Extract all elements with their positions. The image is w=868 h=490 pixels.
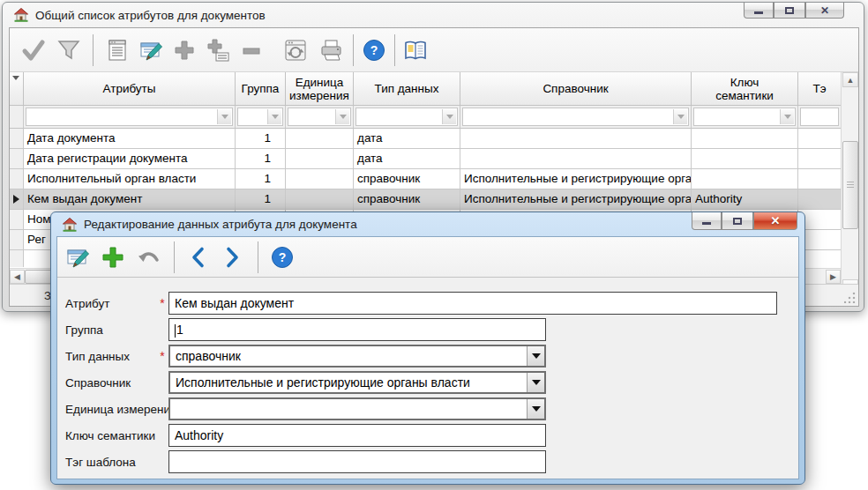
- reference-book-button[interactable]: [402, 37, 429, 63]
- group-field[interactable]: 1: [168, 318, 546, 341]
- cell-group[interactable]: 1: [236, 129, 286, 148]
- scroll-left-icon[interactable]: ◀: [10, 270, 25, 284]
- cell-reference[interactable]: [460, 129, 692, 148]
- table-row-selected[interactable]: Кем выдан документ 1 справочник Исполнит…: [10, 189, 841, 210]
- unit-combobox[interactable]: [168, 397, 546, 420]
- cell-semantic-key[interactable]: Authority: [692, 189, 798, 209]
- column-chooser[interactable]: [10, 72, 24, 106]
- column-header-semantic-key[interactable]: Ключ семантики: [692, 72, 798, 106]
- edit-button[interactable]: [138, 37, 164, 63]
- cell-template-tag[interactable]: [798, 169, 841, 189]
- cell-group[interactable]: 1: [236, 189, 286, 209]
- close-button[interactable]: ✕: [805, 3, 844, 19]
- row-selector[interactable]: [10, 210, 24, 229]
- row-selector[interactable]: [10, 189, 24, 209]
- add-button[interactable]: [171, 37, 198, 63]
- remove-button[interactable]: [238, 37, 265, 63]
- filter-button[interactable]: [56, 37, 82, 63]
- print-button[interactable]: [318, 37, 344, 63]
- dialog-minimize-button[interactable]: [692, 212, 722, 230]
- filter-unit[interactable]: [286, 106, 354, 129]
- row-selector[interactable]: [10, 129, 24, 148]
- cell-datatype[interactable]: справочник: [354, 169, 460, 189]
- scroll-up-icon[interactable]: ▲: [842, 72, 858, 87]
- cell-datatype[interactable]: дата: [354, 129, 460, 148]
- cell-datatype[interactable]: справочник: [354, 189, 460, 209]
- filter-datatype[interactable]: [354, 106, 460, 129]
- vertical-scrollbar[interactable]: ▲ ▼: [841, 72, 858, 294]
- cell-attribute[interactable]: Дата документа: [24, 129, 236, 148]
- resize-grip[interactable]: [844, 292, 856, 303]
- cell-datatype[interactable]: дата: [354, 149, 460, 168]
- undo-button[interactable]: [135, 244, 161, 271]
- cell-reference[interactable]: Исполнительные и регистрирующие органы в…: [460, 189, 692, 209]
- filter-dropdown-icon[interactable]: [780, 109, 794, 124]
- column-header-datatype[interactable]: Тип данных: [354, 72, 460, 106]
- cell-semantic-key[interactable]: [692, 169, 798, 189]
- datatype-combobox[interactable]: справочник: [168, 345, 546, 368]
- next-button[interactable]: [219, 244, 245, 271]
- cell-semantic-key[interactable]: [692, 129, 798, 148]
- cell-group[interactable]: 1: [236, 149, 286, 168]
- filter-attributes[interactable]: [24, 106, 236, 129]
- save-edit-button[interactable]: [64, 244, 91, 271]
- cell-attribute[interactable]: Дата регистрации документа: [24, 149, 236, 168]
- dialog-help-button[interactable]: ?: [269, 244, 296, 271]
- vertical-scroll-thumb[interactable]: [842, 141, 858, 229]
- cell-reference[interactable]: [460, 149, 692, 168]
- cell-semantic-key[interactable]: [692, 149, 798, 168]
- filter-dropdown-icon[interactable]: [267, 109, 281, 124]
- filter-group[interactable]: [236, 106, 286, 129]
- column-header-template-tag[interactable]: Тэ: [798, 72, 841, 106]
- refresh-box-button[interactable]: [282, 37, 309, 63]
- filter-semantic-key[interactable]: [692, 106, 798, 129]
- attribute-field[interactable]: Кем выдан документ: [168, 292, 777, 315]
- column-header-attributes[interactable]: Атрибуты: [24, 72, 236, 106]
- table-row[interactable]: Исполнительный орган власти 1 справочник…: [10, 169, 841, 189]
- filter-dropdown-icon[interactable]: [673, 109, 687, 124]
- toolbar-separator: [394, 34, 395, 66]
- add-row-button[interactable]: [205, 37, 231, 63]
- row-selector[interactable]: [10, 149, 24, 168]
- cell-template-tag[interactable]: [798, 129, 841, 148]
- table-row[interactable]: Дата регистрации документа 1 дата: [10, 149, 841, 169]
- cell-template-tag[interactable]: [798, 149, 841, 168]
- table-row[interactable]: Дата документа 1 дата: [10, 129, 841, 149]
- cell-unit[interactable]: [286, 169, 354, 189]
- cell-unit[interactable]: [286, 129, 354, 148]
- reference-combobox[interactable]: Исполнительные и регистрирующие органы в…: [168, 371, 546, 394]
- filter-dropdown-icon[interactable]: [442, 109, 456, 124]
- combo-dropdown-icon[interactable]: [527, 373, 544, 392]
- cell-attribute[interactable]: Кем выдан документ: [24, 189, 236, 209]
- apply-check-button[interactable]: [20, 37, 47, 63]
- scroll-right-icon[interactable]: ▶: [826, 270, 841, 284]
- column-header-reference[interactable]: Справочник: [460, 72, 692, 106]
- maximize-button[interactable]: [774, 3, 805, 19]
- filter-reference[interactable]: [460, 106, 692, 129]
- cell-group[interactable]: 1: [236, 169, 286, 189]
- cell-template-tag[interactable]: [798, 189, 841, 209]
- combo-dropdown-icon[interactable]: [527, 399, 544, 419]
- column-header-group[interactable]: Группа: [236, 72, 286, 106]
- row-selector[interactable]: [10, 169, 24, 189]
- add-record-button[interactable]: [100, 244, 126, 271]
- minimize-button[interactable]: [744, 3, 774, 19]
- combo-dropdown-icon[interactable]: [527, 346, 544, 366]
- cell-unit[interactable]: [286, 149, 354, 168]
- filter-dropdown-icon[interactable]: [335, 109, 349, 124]
- cell-unit[interactable]: [286, 189, 354, 209]
- cell-attribute[interactable]: Исполнительный орган власти: [24, 169, 236, 189]
- previous-button[interactable]: [185, 244, 212, 271]
- dialog-close-button[interactable]: ✕: [753, 212, 797, 230]
- filter-dropdown-icon[interactable]: [217, 109, 231, 124]
- semantic-key-field[interactable]: Authority: [168, 424, 546, 447]
- column-header-unit[interactable]: Единица измерения: [286, 72, 354, 106]
- list-button[interactable]: [104, 37, 131, 63]
- main-titlebar[interactable]: Общий список атрибутов для документов: [3, 3, 864, 27]
- help-button[interactable]: ?: [361, 37, 387, 63]
- cell-reference[interactable]: Исполнительные и регистрирующие органы в…: [460, 169, 692, 189]
- dialog-maximize-button[interactable]: [722, 212, 753, 230]
- filter-template-tag[interactable]: [798, 106, 841, 129]
- row-selector[interactable]: [10, 230, 24, 249]
- template-tag-field[interactable]: [168, 450, 546, 473]
